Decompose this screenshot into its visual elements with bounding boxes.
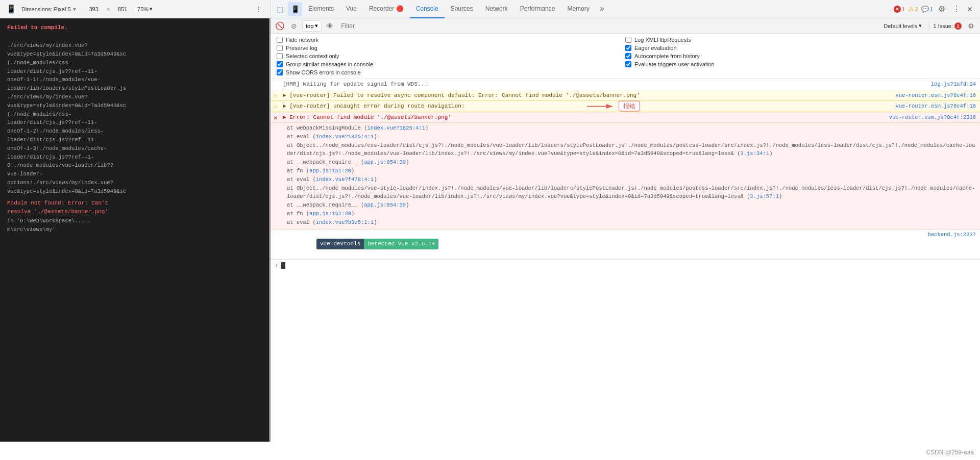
hide-network-row: Hide network — [277, 37, 625, 43]
toolbar-right: Default levels ▾ | 1 Issue: 1 ⚙ — [880, 20, 977, 32]
error-path-1: ./src/views/my/index.vue? — [7, 41, 262, 50]
autocomplete-history-label: Autocomplete from history — [634, 53, 700, 59]
tab-console[interactable]: Console — [410, 0, 445, 18]
status-badges: ✕ 1 ⚠ 2 💬 1 ⚙ ⋮ ✕ — [894, 4, 978, 14]
console-filter-input[interactable] — [338, 22, 878, 30]
devtools-more-btn[interactable]: ⋮ — [950, 4, 963, 14]
log-xhr-label: Log XMLHttpRequests — [634, 37, 691, 43]
tab-recorder[interactable]: Recorder 🔴 — [363, 0, 410, 18]
error-path-10: loader/dist/cjs.js??ref--11- — [7, 118, 262, 127]
hmr-source[interactable]: log.js?1afd:24 — [927, 81, 976, 87]
vue-devtools-badge: vue-devtools Detected Vue v2.6.14 — [316, 239, 438, 249]
evaluate-triggers-row: Evaluate triggers user activation — [625, 61, 974, 67]
annotation-container: 报错 — [587, 101, 640, 112]
default-levels-btn[interactable]: Default levels ▾ — [880, 21, 925, 30]
error-path-13: oneOf-1-3!./node_modules/cache- — [7, 144, 262, 153]
info-badge[interactable]: 💬 1 — [921, 6, 933, 13]
vue-devtools-source[interactable]: backend.js:2237 — [923, 232, 976, 238]
error-link-7[interactable]: 3.js:57:1 — [750, 193, 779, 199]
autocomplete-history-row: Autocomplete from history — [625, 53, 974, 59]
context-select[interactable]: top ▾ — [302, 20, 322, 32]
header-left-section: 📱 Dimensions: Pixel 5 ▾ × 75% ▾ ⋮ — [0, 0, 271, 18]
error-link-5[interactable]: app.js:151:20 — [309, 168, 351, 174]
eager-eval-label: Eager evaluation — [634, 45, 677, 51]
tab-more[interactable]: » — [596, 0, 608, 18]
filter-btn[interactable]: ⊘ — [288, 20, 300, 32]
error-path-18: vue&type=style&index=0&id=7a3d5949&sc — [7, 187, 262, 196]
warn-source-2[interactable]: vue-router.esm.js?8c4f:16 — [891, 103, 976, 109]
hide-network-checkbox[interactable] — [277, 37, 283, 43]
group-similar-checkbox[interactable] — [277, 61, 283, 67]
error-path-11: oneOf-1-2!./node_modules/less- — [7, 127, 262, 136]
console-toolbar: 🚫 ⊘ top ▾ 👁 Default levels ▾ | 1 Issue: … — [271, 18, 980, 34]
error-link-1[interactable]: index.vue?1825:4:1 — [368, 125, 425, 131]
error-link-10[interactable]: index.vue?b3e5:1:1 — [316, 219, 374, 225]
eager-eval-checkbox[interactable] — [625, 45, 631, 51]
error-detail-block: at webpackMissingModule (index.vue?1825:… — [271, 123, 980, 229]
tab-sources[interactable]: Sources — [445, 0, 479, 18]
preserve-log-checkbox[interactable] — [277, 45, 283, 51]
error-path-2: vue&type=style&index=0&id=7a3d5949&sc — [7, 50, 262, 59]
console-settings-btn[interactable]: ⚙ — [965, 20, 977, 32]
preview-area: Failed to compile. ./src/views/my/index.… — [0, 18, 269, 442]
width-input[interactable] — [84, 6, 104, 12]
error-path-3: (./node_modules/css- — [7, 59, 262, 67]
mobile-btn[interactable]: 📱 — [288, 2, 302, 16]
tab-elements[interactable]: Elements — [302, 0, 340, 18]
settings-right-col: Log XMLHttpRequests Eager evaluation Aut… — [625, 37, 974, 67]
error-link-8[interactable]: app.js:854:30 — [364, 202, 406, 208]
log-row-error: ✕ ▶ Error: Cannot find module './@assets… — [271, 112, 980, 123]
tab-network[interactable]: Network — [479, 0, 514, 18]
devtools-settings-btn[interactable]: ⚙ — [936, 4, 947, 14]
error-badge[interactable]: ✕ 1 — [894, 6, 905, 13]
selected-context-row: Selected context only — [277, 53, 625, 59]
divider: | — [928, 21, 930, 31]
zoom-value: 75% — [137, 6, 149, 12]
tab-performance[interactable]: Performance — [514, 0, 561, 18]
default-levels-label: Default levels — [884, 23, 917, 29]
more-options-btn[interactable]: ⋮ — [252, 2, 266, 16]
badge-vue-devtools: vue-devtools — [316, 239, 364, 249]
warn-badge[interactable]: ⚠ 2 — [908, 5, 918, 13]
prompt-icon: › — [275, 262, 278, 269]
tabs-container: Elements Vue Recorder 🔴 Console Sources … — [302, 0, 894, 18]
error-link-3[interactable]: 3.js:34:1 — [740, 150, 769, 157]
tab-vue[interactable]: Vue — [340, 0, 363, 18]
console-panel: 🚫 ⊘ top ▾ 👁 Default levels ▾ | 1 Issue: … — [271, 18, 980, 442]
error-link-9[interactable]: app.js:151:20 — [309, 211, 351, 217]
header-row: 📱 Dimensions: Pixel 5 ▾ × 75% ▾ ⋮ ⬚ 📱 El… — [0, 0, 980, 18]
error-source[interactable]: vue-router.esm.js?8c4f:2316 — [885, 114, 976, 120]
inspect-btn[interactable]: ⬚ — [273, 2, 287, 16]
error-path-14: loader/dist/cjs.js??ref--1- — [7, 153, 262, 162]
log-row-hmr: [HMR] Waiting for update signal from WDS… — [271, 79, 980, 90]
close-devtools-btn[interactable]: ✕ — [966, 5, 974, 13]
clear-console-btn[interactable]: 🚫 — [274, 20, 286, 32]
warn-triangle-icon: ⚠ — [908, 5, 914, 13]
error-link-2[interactable]: index.vue?1825:4:1 — [316, 134, 374, 140]
show-cors-label: Show CORS errors in console — [286, 69, 361, 75]
eye-btn[interactable]: 👁 — [324, 20, 336, 32]
warn-source-1[interactable]: vue-router.esm.js?8c4f:16 — [891, 92, 976, 98]
zoom-select[interactable]: 75% ▾ — [135, 5, 155, 13]
compile-error-title: Failed to compile. — [7, 23, 262, 33]
log-xhr-checkbox[interactable] — [625, 37, 631, 43]
selected-context-checkbox[interactable] — [277, 53, 283, 59]
tab-memory[interactable]: Memory — [561, 0, 595, 18]
annotation-arrow-svg — [587, 101, 618, 111]
hmr-text: [HMR] Waiting for update signal from WDS… — [283, 80, 927, 89]
preserve-log-row: Preserve log — [277, 45, 625, 51]
devtools-tabs-section: ⬚ 📱 Elements Vue Recorder 🔴 Console Sour… — [271, 0, 980, 18]
autocomplete-history-checkbox[interactable] — [625, 53, 631, 59]
evaluate-triggers-checkbox[interactable] — [625, 61, 631, 67]
show-cors-checkbox[interactable] — [277, 69, 283, 75]
error-link-4[interactable]: app.js:854:30 — [364, 159, 406, 165]
error-path-8: vue&type=style&index=0&id=7a3d5949&sc — [7, 101, 262, 110]
height-input[interactable] — [113, 6, 132, 12]
issues-badge[interactable]: 1 Issue: 1 — [933, 22, 962, 30]
log-row-warn-1: ⚠ ▶ [vue-router] Failed to resolve async… — [271, 90, 980, 101]
device-toggle-btn[interactable]: 📱 — [4, 2, 18, 16]
main-layout: Failed to compile. ./src/views/my/index.… — [0, 18, 980, 442]
console-settings: Hide network Preserve log Selected conte… — [271, 34, 980, 79]
error-link-6[interactable]: index.vue?f478:4:1 — [316, 176, 374, 183]
dimensions-text: Dimensions: Pixel 5 — [21, 6, 71, 12]
